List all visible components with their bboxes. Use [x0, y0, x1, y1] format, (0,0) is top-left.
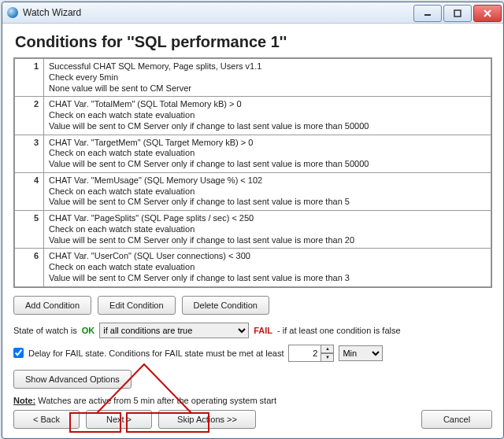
delay-spin-up[interactable]: ▲ — [321, 345, 334, 353]
maximize-button[interactable] — [443, 5, 472, 22]
next-button[interactable]: Next > — [86, 410, 152, 429]
table-row[interactable]: 6CHAT Var. "UserCon" (SQL User connectio… — [15, 249, 491, 286]
conditions-table: 1Successful CHAT SQL Memory, Page splits… — [13, 57, 492, 288]
table-row[interactable]: 4CHAT Var. "MemUsage" (SQL Memory Usage … — [15, 172, 491, 210]
window-title: Watch Wizard — [23, 7, 412, 18]
close-button[interactable] — [473, 5, 502, 22]
delay-label: Delay for FAIL state. Conditions for FAI… — [28, 349, 284, 358]
page-title: Conditions for ''SQL performance 1'' — [15, 33, 492, 51]
watch-wizard-window: Watch Wizard Conditions for ''SQL perfor… — [2, 2, 504, 439]
note-label: Note: — [13, 396, 35, 405]
condition-description: CHAT Var. "MemUsage" (SQL Memory Usage %… — [44, 172, 491, 210]
state-fail-label: FAIL — [254, 326, 272, 335]
state-condition-combo[interactable]: if all conditions are true — [99, 323, 249, 338]
condition-number: 5 — [15, 211, 44, 249]
condition-description: CHAT Var. "TargetMem" (SQL Target Memory… — [44, 135, 491, 172]
note: Note: Watches are active from 5 min afte… — [13, 389, 492, 405]
condition-number: 2 — [15, 97, 44, 135]
state-ok-label: OK — [82, 326, 95, 335]
state-row: State of watch is OK if all conditions a… — [13, 323, 492, 338]
condition-description: CHAT Var. "TotalMem" (SQL Total Memory k… — [44, 97, 491, 135]
condition-description: CHAT Var. "UserCon" (SQL User connection… — [44, 249, 491, 286]
cancel-button[interactable]: Cancel — [421, 410, 492, 429]
condition-description: CHAT Var. "PageSplits" (SQL Page splits … — [44, 211, 491, 249]
condition-number: 6 — [15, 249, 44, 286]
minimize-button[interactable] — [413, 5, 442, 22]
add-condition-button[interactable]: Add Condition — [13, 296, 91, 315]
condition-description: Successful CHAT SQL Memory, Page splits,… — [44, 59, 491, 97]
delay-value-input[interactable] — [288, 345, 321, 362]
edit-condition-button[interactable]: Edit Condition — [98, 296, 176, 315]
delay-checkbox[interactable] — [13, 348, 24, 358]
condition-number: 3 — [15, 135, 44, 172]
state-prefix: State of watch is — [13, 326, 77, 335]
app-icon — [7, 7, 18, 18]
condition-number: 1 — [15, 59, 44, 97]
note-text: Watches are active from 5 min after the … — [35, 396, 276, 405]
delay-spin-down[interactable]: ▼ — [321, 353, 334, 362]
condition-number: 4 — [15, 172, 44, 210]
table-row[interactable]: 2CHAT Var. "TotalMem" (SQL Total Memory … — [15, 97, 491, 135]
table-row[interactable]: 5CHAT Var. "PageSplits" (SQL Page splits… — [15, 211, 491, 249]
skip-actions-button[interactable]: Skip Actions >> — [158, 410, 256, 429]
show-advanced-button[interactable]: Show Advanced Options — [13, 370, 132, 389]
table-row[interactable]: 3CHAT Var. "TargetMem" (SQL Target Memor… — [15, 135, 491, 172]
delete-condition-button[interactable]: Delete Condition — [182, 296, 269, 315]
delay-unit-combo[interactable]: Min — [339, 345, 383, 361]
back-button[interactable]: < Back — [13, 410, 80, 429]
delay-row: Delay for FAIL state. Conditions for FAI… — [13, 345, 492, 362]
table-row[interactable]: 1Successful CHAT SQL Memory, Page splits… — [15, 59, 491, 97]
svg-rect-1 — [454, 10, 461, 17]
state-fail-text: - if at least one condition is false — [277, 326, 401, 335]
titlebar: Watch Wizard — [2, 2, 503, 24]
